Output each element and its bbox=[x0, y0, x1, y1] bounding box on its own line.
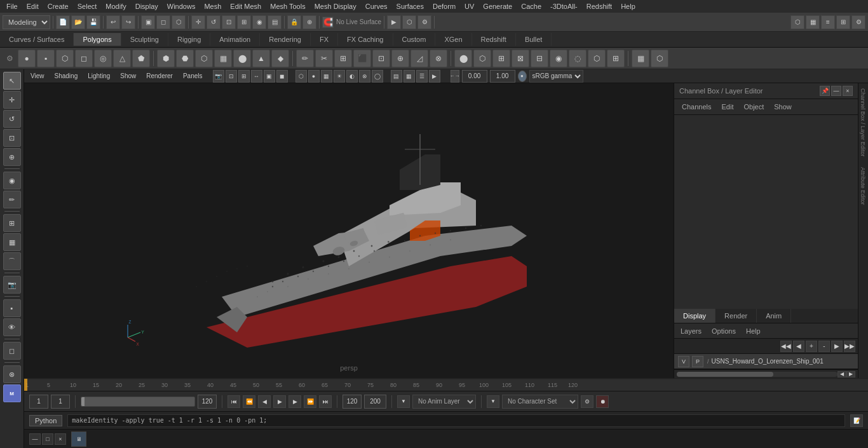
translate-x-input[interactable] bbox=[462, 70, 487, 83]
menu-select[interactable]: Select bbox=[74, 1, 101, 11]
color-profile-select[interactable]: sRGB gamma bbox=[529, 70, 583, 83]
layer-last-btn[interactable]: ▶▶ bbox=[844, 341, 855, 352]
right-panel-scrollbar[interactable]: ◀ ▶ bbox=[674, 369, 858, 378]
prev-key-btn[interactable]: ⏪ bbox=[243, 395, 255, 408]
save-file-btn[interactable]: 💾 bbox=[86, 15, 100, 29]
layer-playback-btn[interactable]: P bbox=[692, 356, 703, 367]
camera-btn[interactable]: 📷 bbox=[3, 276, 21, 294]
object-tab[interactable]: Object bbox=[741, 102, 766, 112]
layer-item-row[interactable]: V P / USNS_Howard_O_Lorenzen_Ship_001 bbox=[674, 354, 858, 369]
polygon-plane-icon[interactable]: ▦ bbox=[214, 50, 232, 67]
xray-btn[interactable]: ⊗ bbox=[3, 365, 21, 383]
menu-display[interactable]: Display bbox=[132, 1, 162, 11]
shading-menu[interactable]: Shading bbox=[52, 72, 81, 80]
preview-end-input[interactable] bbox=[342, 395, 362, 409]
timeline-ruler-container[interactable]: 1 5 10 15 20 25 30 35 40 45 50 55 60 65 … bbox=[24, 378, 868, 391]
current-frame-input[interactable] bbox=[51, 395, 70, 409]
menu-3dtall[interactable]: -3DtoAll- bbox=[546, 1, 581, 11]
editor-btn[interactable]: ▦ bbox=[806, 15, 820, 29]
smooth-icon[interactable]: ⬤ bbox=[454, 50, 472, 67]
frame-all-btn[interactable]: ⊡ bbox=[226, 70, 237, 83]
render-tab[interactable]: Render bbox=[715, 309, 757, 323]
tab-sculpting[interactable]: Sculpting bbox=[121, 33, 168, 46]
target-weld-icon[interactable]: ⊞ bbox=[607, 50, 625, 67]
tab-redshift[interactable]: Redshift bbox=[472, 33, 516, 46]
paint-weights-btn[interactable]: ✏ bbox=[3, 191, 21, 208]
show-menu[interactable]: Show bbox=[118, 72, 139, 80]
grid-btn[interactable]: ▦ bbox=[403, 70, 415, 83]
win-minimize-btn[interactable]: — bbox=[29, 433, 41, 445]
panel-pin-btn[interactable]: 📌 bbox=[820, 86, 830, 96]
xray-viewport-btn[interactable]: ⊗ bbox=[359, 70, 370, 83]
smooth-shade-btn[interactable]: ● bbox=[308, 70, 320, 83]
combine-icon[interactable]: ⊠ bbox=[512, 50, 529, 67]
unfold-icon[interactable]: ⬡ bbox=[651, 50, 668, 67]
polygon-sphere-icon[interactable]: ⬢ bbox=[157, 50, 175, 67]
soft-mod-btn[interactable]: ◉ bbox=[3, 172, 21, 189]
renderer-menu[interactable]: Renderer bbox=[144, 72, 175, 80]
menu-mesh[interactable]: Mesh bbox=[200, 1, 225, 11]
transform-options-btn[interactable]: ▤ bbox=[268, 15, 281, 29]
menu-deform[interactable]: Deform bbox=[429, 1, 459, 11]
snap-point-btn[interactable]: ⊞ bbox=[3, 214, 21, 232]
remesh-icon[interactable]: ⬡ bbox=[473, 50, 491, 67]
layer-add-btn[interactable]: + bbox=[806, 341, 817, 352]
polygon-torus-icon[interactable]: ⬤ bbox=[233, 50, 251, 67]
ipr-btn[interactable]: ⬡ bbox=[402, 15, 416, 29]
plane-icon[interactable]: ◻ bbox=[75, 50, 93, 67]
scale-tool-left-btn[interactable]: ⊡ bbox=[3, 129, 21, 147]
transform-arrows-btn[interactable]: ←→ bbox=[451, 70, 459, 83]
show-hide-btn[interactable]: 👁 bbox=[3, 318, 21, 336]
frame-end-input[interactable] bbox=[198, 395, 217, 409]
menu-modify[interactable]: Modify bbox=[102, 1, 130, 11]
prism-icon[interactable]: ⬟ bbox=[132, 50, 150, 67]
lasso-btn[interactable]: ◻ bbox=[156, 15, 170, 29]
taskbar-item-btn[interactable]: 🖥 bbox=[71, 431, 86, 447]
pencil-icon[interactable]: ✏ bbox=[296, 50, 314, 67]
layer-prev-btn[interactable]: ◀◀ bbox=[780, 341, 792, 352]
multi-cut-icon[interactable]: ✂ bbox=[315, 50, 333, 67]
menu-redshift[interactable]: Redshift bbox=[583, 1, 616, 11]
polygon-cube-icon[interactable]: ⬣ bbox=[176, 50, 194, 67]
open-file-btn[interactable]: 📂 bbox=[71, 15, 85, 29]
tool-settings-btn[interactable]: ⚙ bbox=[851, 15, 865, 29]
torus-icon[interactable]: ◎ bbox=[94, 50, 112, 67]
merge-icon[interactable]: ⊕ bbox=[391, 50, 409, 67]
scale-tool-btn[interactable]: ⊡ bbox=[222, 15, 236, 29]
menu-create[interactable]: Create bbox=[44, 1, 72, 11]
tab-xgen[interactable]: XGen bbox=[435, 33, 471, 46]
edit-tab[interactable]: Edit bbox=[719, 102, 736, 112]
scroll-left-btn[interactable]: ◀ bbox=[837, 371, 846, 377]
tab-bullet[interactable]: Bullet bbox=[516, 33, 552, 46]
display-tab[interactable]: Display bbox=[674, 309, 715, 323]
soft-select-btn[interactable]: ◉ bbox=[252, 15, 266, 29]
universal-manip-btn[interactable]: ⊕ bbox=[3, 148, 21, 166]
move-tool-btn[interactable]: ✛ bbox=[191, 15, 205, 29]
tab-animation[interactable]: Animation bbox=[210, 33, 260, 46]
sync-btn[interactable]: ↔ bbox=[251, 70, 262, 83]
render-region-btn[interactable]: ◻ bbox=[3, 342, 21, 360]
menu-windows[interactable]: Windows bbox=[163, 1, 200, 11]
layer-remove-btn[interactable]: - bbox=[818, 341, 830, 352]
playblast-btn[interactable]: ▶ bbox=[429, 70, 440, 83]
resolution-gate-btn[interactable]: ▣ bbox=[264, 70, 275, 83]
select-mode-btn[interactable]: ▣ bbox=[141, 15, 155, 29]
play-back-btn[interactable]: ▶ bbox=[273, 395, 286, 408]
snap-grid-btn[interactable]: ▦ bbox=[3, 233, 21, 251]
menu-edit[interactable]: Edit bbox=[23, 1, 43, 11]
attr-editor-vtab[interactable]: Attribute Editor bbox=[858, 162, 868, 210]
frame-range-slider[interactable] bbox=[81, 397, 195, 407]
tab-fx-caching[interactable]: FX Caching bbox=[338, 33, 393, 46]
uv-editor-icon[interactable]: ▦ bbox=[632, 50, 649, 67]
win-restore-btn[interactable]: □ bbox=[42, 433, 53, 445]
tab-fx[interactable]: FX bbox=[311, 33, 338, 46]
undo-btn[interactable]: ↩ bbox=[106, 15, 120, 29]
cylinder-icon[interactable]: ⬡ bbox=[56, 50, 74, 67]
command-input[interactable] bbox=[67, 414, 845, 427]
frame-sel-btn[interactable]: ⊞ bbox=[238, 70, 250, 83]
layers-tab[interactable]: Layers bbox=[677, 326, 705, 336]
anim-layer-select[interactable]: No Anim Layer bbox=[412, 395, 476, 409]
shelf-gear-btn[interactable]: ⚙ bbox=[3, 51, 17, 65]
paint-btn[interactable]: ⬡ bbox=[172, 15, 186, 29]
cube-icon[interactable]: ▪ bbox=[37, 50, 55, 67]
